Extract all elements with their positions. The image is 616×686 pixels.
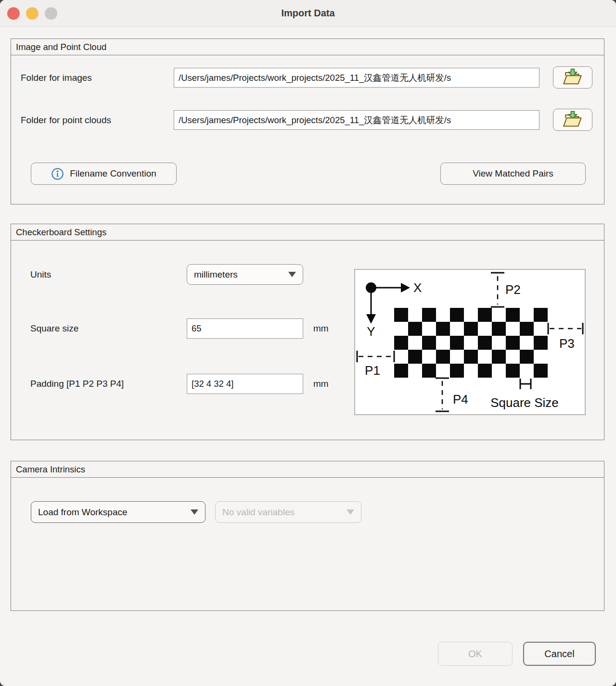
x-axis-label: X: [413, 280, 422, 295]
checkerboard-diagram: X Y P2 P3 P1: [354, 269, 586, 415]
square-size-label: Square size: [30, 318, 78, 339]
minimize-window-button[interactable]: [26, 7, 38, 20]
zoom-window-button[interactable]: [45, 7, 57, 20]
chevron-down-icon: [288, 272, 296, 277]
padding-unit-label: mm: [313, 374, 329, 394]
view-matched-pairs-label: View Matched Pairs: [473, 168, 553, 179]
square-size-input[interactable]: [187, 318, 303, 339]
intrinsics-variable-selected-value: No valid variables: [222, 507, 295, 518]
checkerboard-squares: [394, 308, 548, 378]
intrinsics-variable-dropdown[interactable]: No valid variables: [215, 501, 361, 523]
checkerboard-settings-panel: Checkerboard Settings Units millimeters …: [11, 224, 604, 440]
import-data-dialog: Import Data Image and Point Cloud Folder…: [0, 0, 616, 686]
folder-for-pointclouds-label: Folder for point clouds: [21, 110, 111, 130]
folder-for-pointclouds-input[interactable]: [174, 110, 539, 130]
units-dropdown[interactable]: millimeters: [187, 264, 303, 285]
p4-label: P4: [453, 392, 468, 407]
padding-label: Padding [P1 P2 P3 P4]: [30, 374, 124, 394]
units-selected-value: millimeters: [194, 269, 238, 280]
chevron-down-icon: [191, 509, 198, 515]
close-window-button[interactable]: [7, 7, 20, 20]
p2-label: P2: [505, 282, 521, 297]
filename-convention-label: Filename Convention: [70, 168, 156, 179]
folder-for-images-label: Folder for images: [21, 68, 92, 88]
folder-for-images-input[interactable]: [174, 68, 539, 88]
image-point-cloud-panel-title: Image and Point Cloud: [11, 39, 604, 55]
traffic-lights: [7, 7, 57, 20]
p1-label: P1: [365, 363, 380, 378]
intrinsics-source-dropdown[interactable]: Load from Workspace: [31, 501, 205, 523]
info-icon: [51, 167, 64, 180]
camera-intrinsics-panel-title: Camera Intrinsics: [11, 461, 604, 478]
x-axis-arrow-icon: [401, 283, 410, 292]
padding-input[interactable]: [187, 374, 303, 394]
checkerboard-diagram-svg: X Y P2 P3 P1: [355, 270, 585, 414]
p3-label: P3: [559, 336, 575, 351]
image-point-cloud-panel: Image and Point Cloud Folder for images …: [11, 38, 604, 204]
units-label: Units: [30, 265, 51, 284]
open-folder-import-icon: [562, 109, 584, 131]
y-axis-arrow-icon: [366, 314, 376, 324]
window-title: Import Data: [281, 8, 334, 19]
chevron-down-icon: [346, 509, 354, 515]
browse-pointclouds-folder-button[interactable]: [553, 109, 592, 131]
y-axis-label: Y: [367, 324, 375, 339]
checkerboard-settings-panel-title: Checkerboard Settings: [11, 224, 604, 241]
view-matched-pairs-button[interactable]: View Matched Pairs: [440, 163, 586, 185]
cancel-button[interactable]: Cancel: [523, 642, 596, 666]
square-size-diagram-label: Square Size: [490, 395, 559, 410]
filename-convention-button[interactable]: Filename Convention: [31, 163, 177, 185]
title-bar: Import Data: [0, 0, 616, 27]
browse-images-folder-button[interactable]: [553, 66, 592, 89]
camera-intrinsics-panel: Camera Intrinsics Load from Workspace No…: [11, 461, 604, 611]
intrinsics-source-selected-value: Load from Workspace: [38, 507, 128, 518]
open-folder-import-icon: [562, 67, 584, 89]
ok-button[interactable]: OK: [438, 642, 513, 666]
square-size-unit-label: mm: [313, 318, 329, 339]
